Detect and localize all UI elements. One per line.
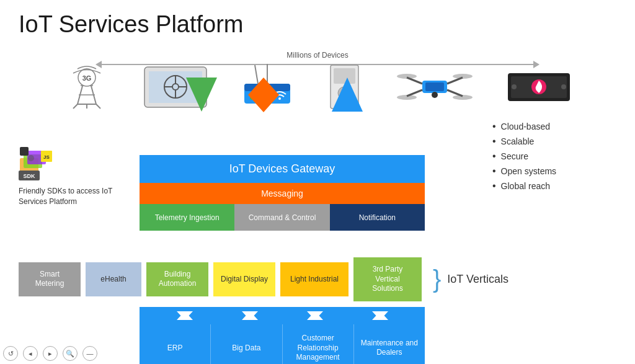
vertical-building-automation: Building Automation (146, 262, 208, 296)
messaging-text: Messaging (261, 189, 303, 198)
gateway-box: IoT Devices Gateway (140, 155, 425, 183)
notification-module: Notification (330, 204, 425, 231)
page-title: IoT Services Platform (0, 0, 635, 41)
vertical-3rd-party: 3rd Party Vertical Solutions (353, 257, 422, 301)
vertical-ehealth: eHealth (86, 262, 141, 296)
svg-rect-55 (20, 147, 29, 156)
sub-modules: Telemetry Ingestion Command & Control No… (140, 204, 425, 231)
vertical-label: Light Industrial (290, 275, 339, 285)
vertical-digital-display: Digital Display (213, 262, 275, 296)
erp-label: Customer Relationship Management (286, 334, 350, 363)
telemetry-label: Telemetry Ingestion (155, 213, 220, 222)
svg-text:JS: JS (43, 154, 50, 160)
gateway-title: IoT Devices Gateway (229, 162, 335, 175)
arrow-orange-down-part (248, 95, 279, 112)
toolbar-back-button[interactable]: ◂ (23, 346, 38, 361)
erp-arrows-top (140, 307, 425, 324)
command-label: Command & Control (249, 213, 316, 222)
features-section: • Cloud-based • Scalable • Secure • Open… (492, 121, 616, 195)
sdk-section: SDK JS Friendly SDKs to access IoT Servi… (19, 146, 127, 207)
svg-text:3G: 3G (82, 74, 92, 82)
svg-point-39 (397, 95, 417, 100)
device-blackbox (505, 67, 573, 107)
bullet-icon: • (492, 136, 496, 147)
feature-label: Open systems (501, 166, 556, 176)
vertical-label: eHealth (100, 275, 126, 285)
svg-text:SDK: SDK (23, 173, 35, 179)
vertical-label: Building Automation (153, 270, 202, 289)
bottom-toolbar: ↺ ◂ ▸ 🔍 — (3, 346, 97, 361)
device-3g-tower: 3G (62, 64, 112, 110)
bullet-icon: • (492, 151, 496, 162)
vertical-smart-metering: Smart Metering (19, 262, 81, 296)
svg-point-37 (397, 74, 417, 79)
vertical-light-industrial: Light Industrial (280, 262, 349, 296)
feature-label: Cloud-based (501, 122, 550, 131)
vertical-label: 3rd Party Vertical Solutions (360, 265, 415, 294)
verticals-label: IoT Verticals (447, 273, 508, 286)
erp-arrow-4 (371, 311, 389, 321)
devices-label: Millions of Devices (286, 51, 348, 60)
telemetry-module: Telemetry Ingestion (140, 204, 234, 231)
toolbar-refresh-button[interactable]: ↺ (3, 346, 18, 361)
svg-rect-32 (425, 82, 444, 91)
feature-label: Secure (501, 151, 528, 161)
feature-cloud-based: • Cloud-based (492, 121, 616, 132)
toolbar-minus-button[interactable]: — (82, 346, 97, 361)
erp-boxes: ERP Big Data Customer Relationship Manag… (140, 324, 425, 364)
svg-point-40 (453, 95, 473, 100)
erp-section: ERP Big Data Customer Relationship Manag… (140, 307, 425, 364)
main-content: SDK JS Friendly SDKs to access IoT Servi… (19, 115, 616, 352)
erp-box-crm: Customer Relationship Management (283, 324, 354, 364)
feature-secure: • Secure (492, 151, 616, 162)
svg-line-6 (96, 104, 100, 109)
svg-line-5 (73, 104, 78, 109)
toolbar-search-button[interactable]: 🔍 (63, 346, 78, 361)
arrow-orange (248, 78, 279, 112)
sdk-description: Friendly SDKs to access IoT Services Pla… (19, 186, 127, 207)
erp-arrow-2 (241, 311, 259, 321)
feature-open-systems: • Open systems (492, 166, 616, 177)
erp-arrow-3 (306, 311, 324, 321)
gateway-section: IoT Devices Gateway Messaging Telemetry … (140, 115, 425, 231)
feature-scalable: • Scalable (492, 136, 616, 147)
bullet-icon: • (492, 166, 496, 177)
erp-label: Big Data (232, 344, 260, 353)
command-module: Command & Control (234, 204, 329, 231)
svg-point-38 (453, 74, 473, 79)
device-drone (394, 65, 475, 109)
arrow-green-down (186, 78, 217, 112)
bullet-icon: • (492, 180, 496, 192)
devices-row: 3G (37, 62, 598, 112)
erp-label: ERP (167, 344, 183, 353)
svg-point-41 (432, 92, 438, 98)
verticals-brace: } (433, 267, 441, 291)
erp-arrow-1 (175, 311, 194, 321)
sdk-icon: SDK JS (19, 146, 62, 183)
arrow-blue-up (332, 78, 363, 112)
svg-point-46 (561, 84, 566, 89)
vertical-label: Digital Display (221, 275, 268, 285)
feature-label: Global reach (501, 181, 550, 191)
feature-label: Scalable (501, 136, 535, 146)
arrow-orange-up-part (248, 78, 279, 95)
vertical-label: Smart Metering (25, 270, 74, 289)
erp-box-bigdata: Big Data (211, 324, 282, 364)
verticals-section: Smart Metering eHealth Building Automati… (19, 257, 616, 301)
erp-box-maintenance: Maintenance and Dealers (354, 324, 425, 364)
bullet-icon: • (492, 121, 496, 132)
svg-point-45 (512, 84, 517, 89)
notification-label: Notification (359, 213, 396, 222)
erp-label: Maintenance and Dealers (357, 339, 422, 358)
toolbar-forward-button[interactable]: ▸ (43, 346, 58, 361)
erp-box-erp: ERP (140, 324, 211, 364)
feature-global-reach: • Global reach (492, 180, 616, 192)
gateway-arrows (140, 115, 425, 155)
svg-point-54 (28, 155, 34, 161)
messaging-bar: Messaging (140, 183, 425, 204)
